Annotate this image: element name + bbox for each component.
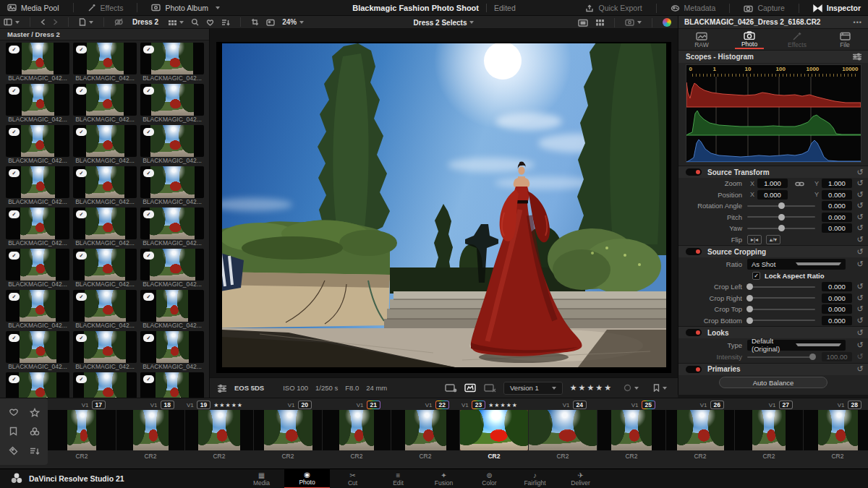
clip-thumbnail[interactable] [185,410,253,450]
viewer-zoom-control[interactable]: 24% [278,16,307,29]
tab-raw[interactable]: RAW [687,30,716,48]
tag-icon[interactable] [9,446,18,455]
crop-bottom-slider[interactable] [747,320,815,321]
page-fusion[interactable]: ✦Fusion [421,469,467,488]
reset-icon[interactable]: ↺ [852,341,868,350]
filmstrip-item-25[interactable]: V125CR2 [597,400,665,468]
reset-icon[interactable]: ↺ [852,282,868,291]
media-thumbnail[interactable]: ✓BLACKMAGIC_042... [139,43,205,82]
histogram-overlay-button[interactable] [464,383,477,393]
media-thumbnail[interactable]: ✓BLACKMAGIC_042... [72,43,138,82]
adjustments-icon[interactable] [217,384,227,393]
media-thumbnail[interactable]: ✓BLACKMAGIC_042... [4,43,71,82]
pitch-field[interactable]: 0.000 [822,213,852,222]
reset-icon[interactable]: ↺ [852,247,868,257]
filmstrip-item-24[interactable]: V124CR2 [529,400,597,468]
looks-toggle[interactable] [686,329,702,336]
media-thumbnail[interactable]: ✓BLACKMAGIC_042... [4,290,71,330]
filmstrip-item-21[interactable]: V121CR2 [323,400,391,468]
sort-icon[interactable] [30,447,40,455]
clip-thumbnail[interactable] [529,410,597,450]
clip-filter-button[interactable] [111,16,127,29]
star-icon[interactable] [30,408,40,417]
crop-overlay-button[interactable] [247,16,263,29]
preview-toggle-button[interactable] [263,16,278,29]
media-pool-button[interactable]: Media Pool [0,0,67,16]
filmstrip-item-17[interactable]: V117CR2 [48,400,116,468]
flag-color-dropdown[interactable] [620,382,642,395]
media-thumbnail[interactable]: ✓BLACKMAGIC_042... [72,207,138,247]
media-thumbnail[interactable]: ✓BLACKMAGIC_042... [139,249,205,288]
tab-file[interactable]: File [830,30,859,48]
clip-thumbnail[interactable] [254,410,322,450]
page-photo[interactable]: ◉Photo [284,469,330,488]
media-thumbnail[interactable]: ✓BLACKMAGIC_042... [139,372,205,398]
clip-thumbnail[interactable] [48,410,116,450]
reset-icon[interactable]: ↺ [852,328,868,338]
page-deliver[interactable]: ✈Deliver [558,469,603,488]
clip-thumbnail[interactable] [804,410,868,450]
crop-left-slider[interactable] [747,286,815,288]
crop-top-slider[interactable] [747,309,815,310]
pitch-slider[interactable] [747,216,815,218]
reset-icon[interactable]: ↺ [852,179,868,188]
primaries-toggle[interactable] [686,366,702,373]
crop-bottom-field[interactable]: 0.000 [822,316,852,325]
media-thumbnail[interactable]: ✓BLACKMAGIC_042... [4,84,71,124]
yaw-slider[interactable] [747,228,815,229]
quick-export-button[interactable]: Quick Export [578,0,649,16]
auto-balance-button[interactable]: Auto Balance [719,377,827,388]
page-fairlight[interactable]: ♪Fairlight [512,469,558,488]
media-thumbnail[interactable]: ✓BLACKMAGIC_042... [4,125,71,165]
reset-icon[interactable]: ↺ [852,304,868,314]
flag-image-button[interactable] [445,383,457,393]
inspector-button[interactable]: Inspector [806,0,868,16]
single-view-button[interactable] [574,16,592,29]
media-thumbnail[interactable]: ✓BLACKMAGIC_042... [72,166,138,206]
lock-aspect-row[interactable]: ✓ Lock Aspect Ratio [678,270,868,281]
look-type-dropdown[interactable]: Default (Original) [747,340,846,351]
filmstrip-item-28[interactable]: V128CR2 [804,400,868,468]
media-thumbnail[interactable]: ✓BLACKMAGIC_042... [139,166,205,206]
rotation-field[interactable]: 0.000 [822,201,852,210]
flip-horizontal-button[interactable]: ▸|◂ [747,235,762,244]
rotation-slider[interactable] [747,205,815,207]
clip-thumbnail[interactable] [735,410,803,450]
reset-icon[interactable]: ↺ [852,316,868,325]
filmstrip-item-22[interactable]: V122CR2 [391,400,459,468]
bookmark-icon[interactable] [9,427,17,436]
media-thumbnail[interactable]: ✓BLACKMAGIC_042... [139,207,205,247]
effects-button[interactable]: Effects [80,0,131,16]
capture-button[interactable]: Capture [736,0,791,16]
media-thumbnail[interactable]: ✓BLACKMAGIC_042... [72,125,138,165]
reset-icon[interactable]: ↺ [852,190,868,200]
clip-thumbnail[interactable] [323,410,391,450]
tab-effects[interactable]: Effects [783,30,812,48]
forward-button[interactable] [49,16,61,29]
reject-image-button[interactable] [484,383,496,393]
clip-thumbnail[interactable] [597,410,665,450]
filmstrip-item-26[interactable]: V126CR2 [666,400,734,468]
media-thumbnail[interactable]: ✓BLACKMAGIC_042... [72,290,138,330]
flip-vertical-button[interactable]: ▴/▾ [766,235,780,244]
bookmark-dropdown[interactable] [650,382,671,395]
collaboration-icon[interactable] [30,427,40,436]
media-thumbnail[interactable]: ✓BLACKMAGIC_042... [72,372,138,398]
media-thumbnail[interactable]: ✓BLACKMAGIC_042... [139,125,205,165]
reset-icon[interactable]: ↺ [852,235,868,244]
clip-thumbnail[interactable] [116,410,184,450]
reset-icon[interactable]: ↺ [852,168,868,177]
page-cut[interactable]: ✂Cut [330,469,375,488]
crop-right-slider[interactable] [747,297,815,299]
clip-thumbnail[interactable] [666,410,734,450]
reset-icon[interactable]: ↺ [852,294,868,303]
search-button[interactable] [187,16,203,29]
media-thumbnail[interactable]: ✓BLACKMAGIC_042... [4,331,71,371]
crop-top-field[interactable]: 0.000 [822,304,852,314]
reset-icon[interactable]: ↺ [852,223,868,233]
sort-button[interactable] [218,16,234,29]
ratio-dropdown[interactable]: As Shot [747,259,846,270]
metadata-button[interactable]: Metadata [663,0,723,16]
filmstrip-item-23[interactable]: V123★★★★★CR2 [460,400,528,468]
lock-aspect-checkbox[interactable]: ✓ [752,272,760,280]
